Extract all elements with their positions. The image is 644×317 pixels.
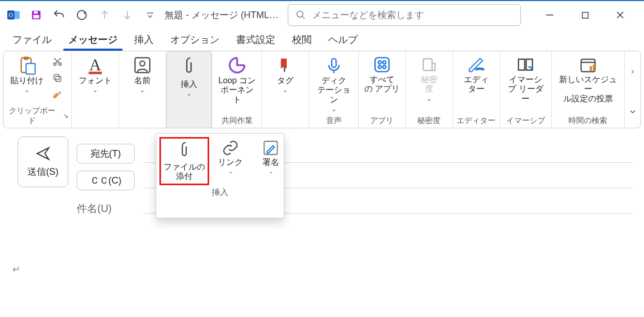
maximize-button[interactable] [575,5,595,25]
group-font: A フォント ⌄ [72,51,119,128]
svg-point-24 [140,61,145,66]
signature-label: 署名 [262,158,279,167]
loop-label: Loop コン ポーネント [217,76,256,104]
insert-dropdown-panel: ファイルの 添付 リンク ⌄ 署名 ⌄ 挿入 [156,133,284,218]
group-editor: エディ ター エディター [453,51,500,128]
svg-rect-4 [34,11,37,14]
insert-label: 挿入 [181,80,197,89]
chevron-down-icon: ⌄ [283,86,288,94]
outlook-logo: O [3,5,24,25]
cut-button[interactable] [49,54,66,69]
window-controls [539,5,641,25]
copy-button[interactable] [49,71,66,85]
group-voice-label: 音声 [326,116,342,126]
ribbon-collapse-button[interactable] [628,107,637,116]
cc-label: ＣＣ(C) [90,174,122,187]
chevron-down-icon: ⌄ [186,90,192,97]
group-collab: Loop コン ポーネント 共同作業 [212,51,262,128]
svg-rect-5 [34,15,39,18]
quick-access-toolbar: O [3,5,160,25]
close-button[interactable] [610,5,631,25]
attach-file-label: ファイルの 添付 [164,162,205,182]
group-clipboard-label: クリップボード [7,106,57,126]
loop-component-button[interactable]: Loop コン ポーネント [215,53,258,104]
insert-link-label: リンク [218,158,243,167]
all-apps-button[interactable]: すべて の アプリ [362,53,402,94]
names-button[interactable]: 名前 ⌄ [122,53,163,94]
svg-rect-26 [331,58,336,67]
format-painter-button[interactable] [49,87,66,102]
search-placeholder: メニューなどを検索します [312,9,424,21]
svg-point-30 [383,61,386,64]
search-icon [296,10,306,20]
svg-rect-37 [590,66,592,71]
chevron-down-icon: ⌄ [140,86,145,94]
tab-options[interactable]: オプション [163,31,227,50]
signature-button[interactable]: 署名 ⌄ [252,137,290,177]
chevron-down-icon: ⌄ [228,168,233,175]
svg-point-31 [378,66,381,69]
redo-button[interactable] [71,5,92,25]
chevron-down-icon: ⌄ [269,168,273,175]
minimize-button[interactable] [539,5,560,25]
to-label: 宛先(T) [91,147,121,160]
clipboard-launcher-icon[interactable]: ↘ [60,112,68,119]
group-editor-label: エディター [457,116,495,126]
svg-rect-16 [26,64,35,74]
tab-format[interactable]: 書式設定 [229,31,283,50]
dictation-button[interactable]: ディク テーション ⌄ [312,53,355,113]
tag-label: タグ [277,76,294,85]
tab-help[interactable]: ヘルプ [321,31,365,50]
svg-point-8 [297,11,303,18]
cc-button[interactable]: ＣＣ(C) [77,171,135,190]
group-names: 名前 ⌄ [119,51,166,128]
sensitivity-label: 秘密 度 [421,75,437,94]
svg-rect-11 [582,12,588,18]
tab-review[interactable]: 校閲 [285,31,319,50]
paste-button[interactable]: 貼り付け ⌄ [7,53,47,94]
chevron-down-icon: ⌄ [427,95,432,102]
group-insert: 挿入 ⌄ [166,51,212,128]
tell-me-search[interactable]: メニューなどを検索します [288,4,521,26]
attach-file-button[interactable]: ファイルの 添付 [159,137,209,185]
send-button[interactable]: 送信(S) [18,137,68,187]
qat-customize-button[interactable] [140,5,160,25]
editor-button[interactable]: エディ ター [456,53,496,94]
subject-label: 件名(U) [77,202,112,216]
prev-item-button [94,5,115,25]
message-body[interactable]: ↵ [12,264,20,275]
svg-rect-2 [14,11,20,19]
svg-rect-20 [54,74,59,80]
tab-file[interactable]: ファイル [5,31,59,50]
group-immersive-label: イマーシブ [506,116,545,126]
tab-insert[interactable]: 挿入 [127,31,161,50]
svg-rect-38 [593,65,595,71]
group-tag: タグ ⌄ [262,51,309,128]
ribbon-overflow-right-icon[interactable]: › [631,67,634,76]
font-button[interactable]: A フォント ⌄ [75,53,115,94]
ribbon: 貼り付け ⌄ クリップボード ↘ A [3,51,641,128]
svg-rect-19 [56,77,61,82]
schedule-label: 新しいスケジュー ル設定の投票 [557,75,619,103]
insert-link-button[interactable]: リンク ⌄ [211,137,250,177]
chevron-down-icon: ⌄ [93,86,98,94]
immersive-reader-button[interactable]: イマーシ ブ リーダー [503,53,548,103]
group-collab-label: 共同作業 [222,116,253,126]
editor-label: エディ ター [464,75,489,94]
svg-line-9 [302,17,305,19]
svg-point-29 [378,61,381,64]
group-sensitivity: 秘密 度 ⌄ 秘密度 [406,51,453,128]
svg-rect-25 [284,66,285,71]
names-label: 名前 [134,76,151,85]
titlebar: O 無題 - メッセージ (HTML… メニューなどを検索します [0,1,644,29]
tab-message[interactable]: メッセージ [61,31,125,50]
apps-label: すべて の アプリ [364,75,400,94]
undo-button[interactable] [49,5,69,25]
svg-rect-33 [423,59,432,71]
tag-button[interactable]: タグ ⌄ [265,53,305,94]
insert-split-button[interactable]: 挿入 ⌄ [166,51,212,128]
scheduling-poll-button[interactable]: 新しいスケジュー ル設定の投票 [555,53,621,103]
group-immersive: イマーシ ブ リーダー イマーシブ [500,51,552,128]
save-button[interactable] [26,5,47,25]
to-button[interactable]: 宛先(T) [77,144,135,163]
